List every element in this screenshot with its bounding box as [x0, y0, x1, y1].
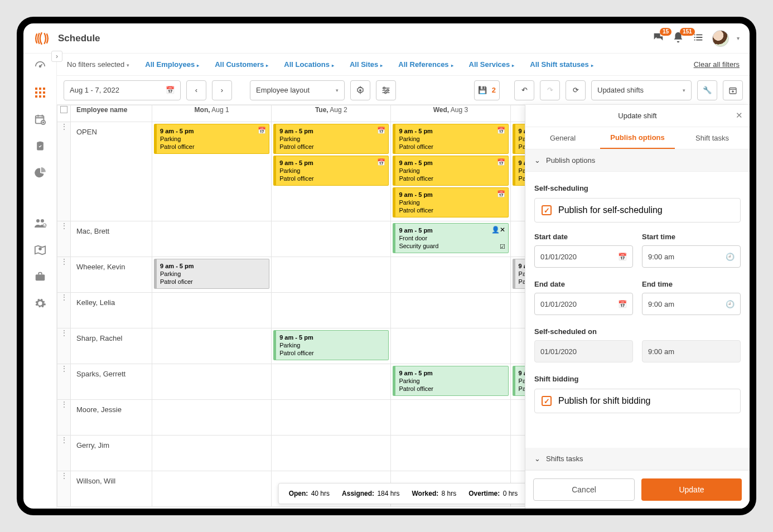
gear-button[interactable] — [350, 80, 370, 100]
sidebar-item-map[interactable] — [33, 243, 47, 257]
layout-select[interactable]: Employee layout▾ — [250, 80, 345, 100]
day-cell[interactable] — [272, 221, 391, 257]
tab-general[interactable]: General — [525, 127, 600, 149]
updated-select[interactable]: Updated shifts▾ — [591, 80, 692, 100]
day-cell[interactable]: 9 am - 5 pmFront doorSecurity guard 👤✕ ☑ — [391, 221, 510, 257]
sliders-button[interactable] — [376, 80, 396, 100]
shift-card[interactable]: 9 am - 5 pmParkingPatrol officer 📅 — [393, 156, 508, 186]
end-time-field[interactable]: 9:00 am🕘 — [642, 293, 741, 315]
refresh-button[interactable]: ⟳ — [566, 80, 586, 100]
row-menu[interactable]: ⋮ — [57, 400, 71, 436]
row-menu[interactable]: ⋮ — [57, 221, 71, 257]
row-menu[interactable]: ⋮ — [57, 122, 71, 221]
day-cell[interactable] — [152, 293, 272, 328]
shift-card[interactable]: 9 am - 5 pmParkingPatrol officer — [273, 330, 389, 360]
day-cell[interactable] — [152, 400, 272, 436]
day-cell[interactable] — [152, 221, 272, 257]
sidebar-item-people[interactable] — [33, 216, 47, 230]
section-shifts-tasks[interactable]: ⌄ Shifts tasks — [525, 448, 750, 470]
day-cell[interactable] — [152, 328, 272, 364]
sidebar-item-calendar[interactable] — [33, 113, 47, 126]
day-cell[interactable] — [391, 257, 510, 293]
row-menu[interactable]: ⋮ — [57, 293, 71, 328]
end-date-field[interactable]: 01/01/2020📅 — [534, 293, 633, 315]
sidebar-item-settings[interactable] — [33, 297, 47, 310]
shift-card[interactable]: 9 am - 5 pmParkingPatrol officer 📅 — [273, 124, 389, 154]
update-button[interactable]: Update — [641, 478, 742, 501]
filter-employees[interactable]: All Employees▸ — [145, 60, 199, 69]
shift-card[interactable]: 9 am - 5 pmParkingPatrol officer 📅 — [393, 124, 508, 154]
shift-card[interactable]: 9 am - 5 pmParkingPatrol officer 📅 — [154, 124, 269, 154]
shift-card[interactable]: 9 am - 5 pmParkingPatrol oficer — [154, 259, 269, 289]
undo-button[interactable]: ↶ — [514, 80, 534, 100]
clear-filters-link[interactable]: Clear all filters — [694, 60, 740, 69]
shift-card[interactable]: 9 am - 5 pmFront doorSecurity guard 👤✕ ☑ — [393, 223, 508, 253]
sidebar-item-dashboard[interactable] — [33, 59, 47, 72]
day-cell[interactable] — [272, 436, 391, 471]
shift-bidding-heading: Shift bidding — [534, 375, 741, 383]
day-cell[interactable] — [391, 293, 510, 328]
chat-icon[interactable]: 15 — [652, 31, 664, 46]
sidebar-item-briefcase[interactable] — [33, 270, 47, 283]
start-date-field[interactable]: 01/01/2020📅 — [534, 245, 633, 268]
sidebar-item-schedule[interactable] — [33, 86, 47, 99]
prev-button[interactable]: ‹ — [186, 80, 206, 100]
publish-bid-checkbox[interactable]: ✓Publish for shift bidding — [534, 389, 741, 413]
chevron-right-icon[interactable]: › — [51, 51, 62, 62]
shift-card[interactable]: 9 am - 5 pmParkingPatrol officer 📅 — [273, 156, 389, 186]
row-menu[interactable]: ⋮ — [57, 471, 71, 507]
bell-icon[interactable]: 151 — [672, 31, 684, 46]
add-cal-button[interactable] — [723, 80, 743, 100]
row-menu[interactable]: ⋮ — [57, 364, 71, 400]
day-cell[interactable] — [152, 471, 272, 507]
day-cell[interactable] — [272, 400, 391, 436]
row-menu[interactable]: ⋮ — [57, 436, 71, 471]
redo-button[interactable]: ↷ — [540, 80, 560, 100]
caret-down-icon[interactable]: ▾ — [737, 35, 740, 41]
day-cell[interactable] — [272, 257, 391, 293]
svg-point-18 — [383, 87, 385, 89]
check-icon: ☑ — [500, 243, 505, 250]
svg-point-20 — [385, 91, 386, 93]
filter-services[interactable]: All Services▸ — [469, 60, 515, 69]
date-range-input[interactable]: Aug 1 - 7, 2022 📅 — [64, 80, 181, 100]
checkbox-header[interactable] — [57, 105, 71, 122]
avatar[interactable] — [712, 30, 729, 47]
sidebar-item-clipboard[interactable] — [33, 139, 47, 153]
day-cell[interactable]: 9 am - 5 pmParkingPatrol officer 📅 — [152, 122, 272, 221]
row-menu[interactable]: ⋮ — [57, 328, 71, 364]
day-cell[interactable] — [152, 436, 272, 471]
day-cell[interactable] — [152, 364, 272, 400]
filter-statuses[interactable]: All Shift statuses▸ — [530, 60, 593, 69]
publish-self-checkbox[interactable]: ✓Publish for self-scheduling — [534, 198, 741, 223]
save-button[interactable]: 💾 2 — [474, 80, 500, 100]
filter-locations[interactable]: All Locations▸ — [284, 60, 334, 69]
day-cell[interactable]: 9 am - 5 pmParkingPatrol officer 📅 9 am … — [272, 122, 391, 221]
shift-card[interactable]: 9 am - 5 pmParkingPatrol officer — [393, 366, 508, 396]
close-icon[interactable]: ✕ — [736, 110, 743, 120]
next-button[interactable]: › — [212, 80, 232, 100]
section-publish-options[interactable]: ⌄ Publish options — [525, 149, 750, 172]
filter-customers[interactable]: All Customers▸ — [215, 60, 268, 69]
sidebar-item-reports[interactable] — [33, 166, 47, 180]
shift-card[interactable]: 9 am - 5 pmParkingPatrol officer 📅 — [393, 187, 508, 217]
day-cell[interactable]: 9 am - 5 pmParkingPatrol officer 📅 9 am … — [391, 122, 510, 221]
start-time-field[interactable]: 9:00 am🕘 — [642, 245, 741, 268]
row-menu[interactable]: ⋮ — [57, 257, 71, 293]
day-cell[interactable] — [272, 293, 391, 328]
day-cell[interactable]: 9 am - 5 pmParkingPatrol officer — [391, 364, 510, 400]
filter-references[interactable]: All References▸ — [398, 60, 453, 69]
chevron-down-icon: ⌄ — [534, 454, 540, 463]
filter-sites[interactable]: All Sites▸ — [350, 60, 383, 69]
tab-shift-tasks[interactable]: Shift tasks — [675, 127, 750, 149]
tab-publish-options[interactable]: Publish options — [600, 127, 675, 149]
day-cell[interactable] — [391, 328, 510, 364]
day-cell[interactable] — [391, 400, 510, 436]
filter-none[interactable]: No filters selected▾ — [67, 60, 129, 69]
cancel-button[interactable]: Cancel — [533, 478, 635, 501]
day-cell[interactable] — [391, 436, 510, 471]
day-cell[interactable]: 9 am - 5 pmParkingPatrol oficer — [152, 257, 272, 293]
day-cell[interactable] — [272, 364, 391, 400]
day-cell[interactable]: 9 am - 5 pmParkingPatrol officer — [272, 328, 391, 364]
wrench-button[interactable]: 🔧 — [697, 80, 717, 100]
